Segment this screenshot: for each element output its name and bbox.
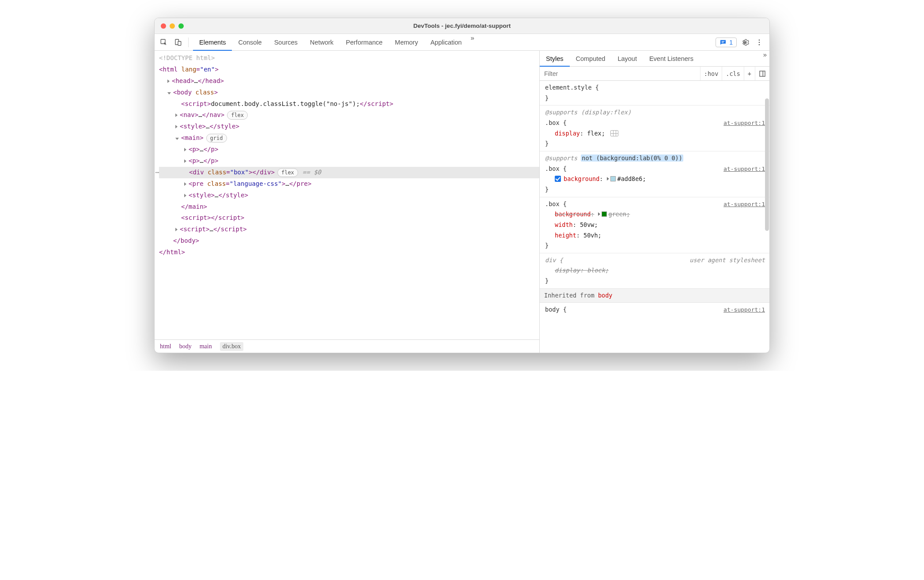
styles-filterbar: :hov .cls + — [540, 67, 769, 81]
svg-rect-4 — [722, 42, 724, 42]
tab-elements[interactable]: Elements — [193, 34, 232, 50]
tabs-overflow-icon[interactable]: » — [468, 34, 477, 50]
style-rules[interactable]: element.style { } @supports (display:fle… — [540, 81, 769, 353]
dom-p1[interactable]: <p>…</p> — [159, 144, 539, 155]
breadcrumb-main[interactable]: main — [200, 343, 212, 350]
expand-icon[interactable] — [184, 182, 186, 186]
dom-main-close[interactable]: </main> — [159, 201, 539, 213]
subtab-computed[interactable]: Computed — [570, 51, 612, 66]
expand-shorthand-icon[interactable] — [598, 212, 600, 216]
source-link[interactable]: at-support:1 — [723, 305, 765, 315]
dom-style1[interactable]: <style>…</style> — [159, 121, 539, 132]
devtools-window: DevTools - jec.fyi/demo/at-support Eleme… — [154, 18, 770, 353]
dom-head[interactable]: <head>…</head> — [159, 75, 539, 87]
tab-performance[interactable]: Performance — [340, 34, 389, 50]
breadcrumb-html[interactable]: html — [160, 343, 171, 350]
color-swatch[interactable] — [610, 176, 616, 181]
kebab-menu-icon[interactable] — [754, 37, 765, 48]
cls-button[interactable]: .cls — [722, 67, 744, 80]
flex-badge[interactable]: flex — [277, 168, 298, 177]
panel-tabs: Elements Console Sources Network Perform… — [193, 34, 477, 50]
styles-filter-input[interactable] — [540, 70, 700, 77]
hov-button[interactable]: :hov — [700, 67, 722, 80]
dom-selected-div-box[interactable]: <div class="box"></div>flex== $0 — [159, 167, 539, 178]
expand-icon[interactable] — [184, 194, 186, 197]
source-link[interactable]: at-support:1 — [723, 200, 765, 210]
dom-p2[interactable]: <p>…</p> — [159, 155, 539, 167]
inherited-from-bar: Inherited from body — [540, 289, 769, 303]
dom-pre[interactable]: <pre class="language-css">…</pre> — [159, 178, 539, 190]
svg-rect-2 — [178, 41, 181, 45]
flex-badge[interactable]: flex — [227, 111, 248, 120]
dom-doctype[interactable]: <!DOCTYPE html> — [159, 53, 539, 64]
tab-application[interactable]: Application — [424, 34, 468, 50]
dom-script-inline[interactable]: <script>document.body.classList.toggle("… — [159, 98, 539, 110]
computed-sidebar-icon[interactable] — [755, 67, 769, 80]
expand-icon[interactable] — [175, 228, 178, 231]
inspect-icon[interactable] — [158, 37, 170, 48]
dom-nav[interactable]: <nav>…</nav>flex — [159, 109, 539, 121]
svg-point-5 — [744, 41, 746, 43]
expand-icon[interactable] — [167, 79, 170, 83]
subtab-layout[interactable]: Layout — [611, 51, 643, 66]
dom-style2[interactable]: <style>…</style> — [159, 190, 539, 201]
expand-shorthand-icon[interactable] — [607, 177, 609, 181]
styles-panel: Styles Computed Layout Event Listeners »… — [540, 51, 769, 353]
collapse-icon[interactable] — [167, 92, 171, 94]
svg-point-8 — [759, 44, 760, 45]
tab-console[interactable]: Console — [232, 34, 268, 50]
highlighted-condition: not (background:lab(0% 0 0)) — [581, 154, 683, 162]
expand-icon[interactable] — [175, 125, 178, 128]
subtabs-overflow-icon[interactable]: » — [761, 51, 769, 66]
settings-icon[interactable] — [739, 37, 751, 48]
breadcrumb-body[interactable]: body — [179, 343, 192, 350]
collapse-icon[interactable] — [175, 138, 179, 140]
subtab-event-listeners[interactable]: Event Listeners — [643, 51, 700, 66]
dom-script-ellip[interactable]: <script>…</script> — [159, 224, 539, 235]
expand-icon[interactable] — [184, 148, 186, 151]
expand-icon[interactable] — [175, 113, 178, 117]
dom-html-open[interactable]: <html lang="en"> — [159, 64, 539, 75]
tab-sources[interactable]: Sources — [268, 34, 304, 50]
flex-editor-icon[interactable] — [610, 130, 618, 136]
content-area: <!DOCTYPE html> <html lang="en"> <head>…… — [155, 51, 769, 353]
source-link[interactable]: at-support:1 — [723, 118, 765, 128]
tab-memory[interactable]: Memory — [389, 34, 424, 50]
expand-icon[interactable] — [184, 159, 186, 163]
dom-body-open[interactable]: <body class> — [159, 87, 539, 98]
maximize-dot[interactable] — [178, 23, 184, 29]
window-title: DevTools - jec.fyi/demo/at-support — [413, 23, 511, 29]
close-dot[interactable] — [161, 23, 166, 29]
source-link[interactable]: at-support:1 — [723, 164, 765, 174]
dom-script-empty[interactable]: <script></script> — [159, 212, 539, 224]
breadcrumb-divbox[interactable]: div.box — [220, 342, 243, 351]
scrollbar[interactable] — [765, 98, 769, 231]
rule-body[interactable]: body {at-support:1 — [540, 303, 769, 317]
rule-supports-not-lab[interactable]: @supports not (background:lab(0% 0 0)) .… — [540, 151, 769, 197]
dom-tree[interactable]: <!DOCTYPE html> <html lang="en"> <head>…… — [155, 51, 539, 339]
rule-supports-flex[interactable]: @supports (display:flex) .box {at-suppor… — [540, 105, 769, 151]
grid-badge[interactable]: grid — [206, 134, 227, 143]
dom-html-close[interactable]: </html> — [159, 247, 539, 258]
dom-main-open[interactable]: <main>grid — [159, 132, 539, 144]
rule-user-agent-div[interactable]: div {user agent stylesheet display: bloc… — [540, 253, 769, 289]
subtab-styles[interactable]: Styles — [540, 51, 570, 66]
device-toggle-icon[interactable] — [172, 37, 184, 48]
rule-box-base[interactable]: .box {at-support:1 background: green; wi… — [540, 197, 769, 253]
minimize-dot[interactable] — [170, 23, 175, 29]
separator — [188, 38, 189, 47]
breadcrumb: html body main div.box — [155, 339, 539, 353]
new-rule-button[interactable]: + — [744, 67, 755, 80]
tab-network[interactable]: Network — [304, 34, 340, 50]
color-swatch[interactable] — [602, 211, 607, 217]
svg-point-7 — [759, 41, 760, 43]
property-checkbox[interactable] — [555, 176, 561, 182]
chat-icon — [720, 39, 727, 46]
rule-element-style[interactable]: element.style { } — [540, 81, 769, 105]
dom-body-close[interactable]: </body> — [159, 235, 539, 247]
issues-button[interactable]: 1 — [716, 38, 737, 47]
issues-count: 1 — [729, 39, 733, 46]
svg-rect-9 — [760, 71, 765, 76]
source-label: user agent stylesheet — [689, 255, 765, 266]
titlebar: DevTools - jec.fyi/demo/at-support — [155, 18, 769, 34]
